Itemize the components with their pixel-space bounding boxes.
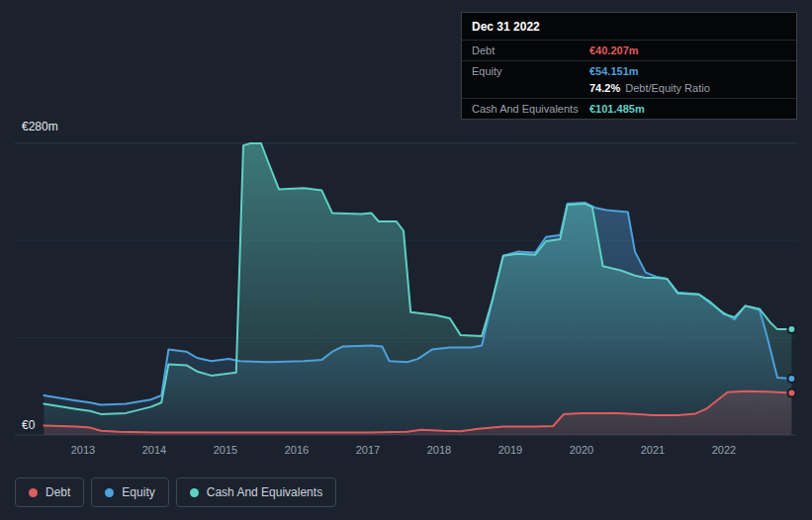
x-tick-2018: 2018	[427, 444, 451, 456]
cash-series-dot-icon	[190, 488, 199, 497]
x-tick-2014: 2014	[142, 444, 166, 456]
legend-item-debt[interactable]: Debt	[15, 477, 84, 507]
endpoint-cash-and-equivalents[interactable]	[787, 325, 795, 333]
tooltip-equity-label: Equity	[472, 65, 589, 77]
legend-equity-label: Equity	[122, 485, 154, 499]
debt-equity-history-chart: 2013201420152016201720182019202020212022…	[0, 0, 812, 520]
x-tick-2020: 2020	[570, 444, 593, 456]
x-tick-2013: 2013	[71, 444, 95, 456]
x-tick-2021: 2021	[641, 444, 665, 456]
x-tick-2017: 2017	[356, 444, 380, 456]
tooltip-row-cash: Cash And Equivalents €101.485m	[462, 98, 796, 119]
tooltip-debt-value: €40.207m	[589, 44, 639, 56]
endpoint-debt[interactable]	[787, 390, 795, 397]
chart-tooltip: Dec 31 2022 Debt €40.207m Equity €54.151…	[461, 12, 797, 120]
tooltip-date: Dec 31 2022	[462, 13, 796, 40]
tooltip-row-debt: Debt €40.207m	[462, 40, 796, 60]
x-tick-2019: 2019	[498, 444, 522, 456]
y-axis-max-label: €280m	[22, 120, 58, 133]
tooltip-row-equity: Equity €54.151m	[462, 60, 796, 81]
chart-legend: Debt Equity Cash And Equivalents	[15, 477, 336, 507]
debt-series-dot-icon	[29, 488, 38, 497]
y-axis-zero-label: €0	[22, 418, 35, 432]
x-tick-2015: 2015	[214, 444, 237, 456]
legend-item-equity[interactable]: Equity	[91, 477, 168, 507]
tooltip-cash-label: Cash And Equivalents	[472, 103, 589, 115]
tooltip-cash-value: €101.485m	[589, 103, 645, 115]
x-tick-2022: 2022	[712, 444, 736, 456]
tooltip-ratio-value: 74.2%	[589, 82, 620, 94]
legend-cash-label: Cash And Equivalents	[207, 485, 322, 499]
area-cash-and-equivalents	[44, 143, 791, 435]
tooltip-row-ratio: 74.2% Debt/Equity Ratio	[462, 81, 796, 98]
tooltip-equity-value: €54.151m	[589, 65, 639, 77]
legend-debt-label: Debt	[45, 485, 70, 499]
legend-item-cash[interactable]: Cash And Equivalents	[176, 477, 336, 507]
tooltip-ratio-suffix: Debt/Equity Ratio	[625, 82, 710, 94]
endpoint-equity[interactable]	[787, 375, 795, 383]
tooltip-debt-label: Debt	[472, 44, 589, 56]
x-tick-2016: 2016	[285, 444, 309, 456]
equity-series-dot-icon	[105, 488, 114, 497]
